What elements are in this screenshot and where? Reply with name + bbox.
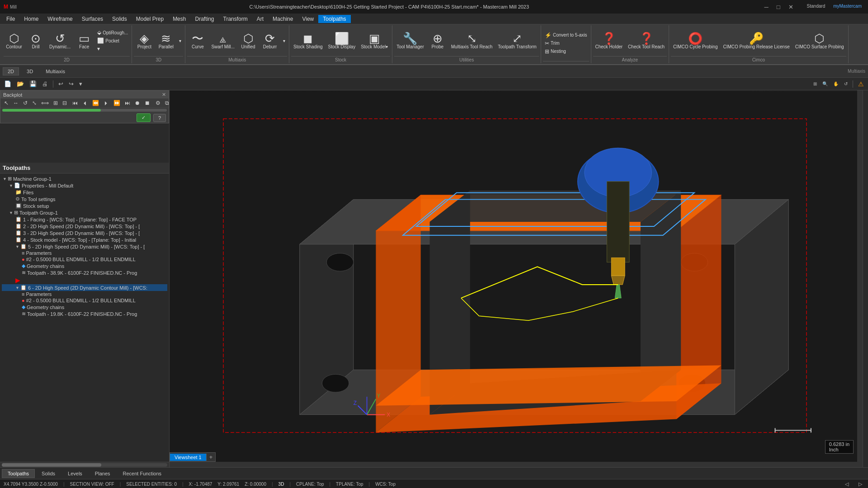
- save-button[interactable]: 💾: [27, 80, 39, 88]
- drill-button[interactable]: ⊙ Drill: [25, 31, 46, 51]
- left-scrollbar-thumb[interactable]: [2, 463, 101, 467]
- menu-view[interactable]: View: [297, 15, 318, 23]
- left-scrollbar-track[interactable]: [2, 463, 167, 467]
- probe-button[interactable]: ⊕ Probe: [427, 31, 448, 51]
- tree-tp6-geometry[interactable]: ◆ Geometry chains: [2, 304, 167, 310]
- vp-fit-button[interactable]: ⊞: [811, 80, 819, 87]
- convert-to-5axis-button[interactable]: ⚡ Convert to 5-axis: [543, 32, 589, 39]
- bp-stop[interactable]: ⏹: [143, 99, 152, 107]
- bp-skip-end[interactable]: ⏭: [123, 99, 132, 107]
- menu-home[interactable]: Home: [19, 15, 43, 23]
- left-scrollbar-container[interactable]: [0, 462, 169, 467]
- bp-play[interactable]: ⏵: [102, 99, 111, 107]
- tab-multiaxis[interactable]: Multiaxis: [41, 67, 70, 75]
- viewport-scrollbar-bottom[interactable]: [170, 462, 857, 467]
- tree-tp5-geometry[interactable]: ◆ Geometry chains: [2, 263, 167, 269]
- check-holder-button[interactable]: ❓ Check Holder: [593, 31, 625, 51]
- new-button[interactable]: 📄: [2, 80, 14, 88]
- status-btn-1[interactable]: ◁: [843, 480, 851, 488]
- bottom-tab-levels[interactable]: Levels: [62, 469, 88, 478]
- 3d-expand-button[interactable]: ▾: [177, 38, 183, 44]
- optirough-button[interactable]: ⬙ OptiRough...: [95, 29, 130, 36]
- tree-tp5-tool[interactable]: ● #2 - 0.5000 BULL ENDMILL - 1/2 BULL EN…: [2, 256, 167, 263]
- tree-arrow-props[interactable]: ▼: [9, 183, 13, 188]
- menu-toolpaths[interactable]: Toolpaths: [318, 15, 350, 23]
- tree-tp2[interactable]: 📋 2 - 2D High Speed (2D Dynamic Mill) - …: [2, 223, 167, 230]
- toolpath-transform-button[interactable]: ⤢ Toolpath Transform: [495, 31, 539, 51]
- check-tool-reach-button[interactable]: ❓ Check Tool Reach: [626, 31, 667, 51]
- bp-mirror-tool[interactable]: ⟺: [39, 99, 51, 107]
- multiaxis-expand-button[interactable]: ▾: [281, 38, 287, 44]
- contour-button[interactable]: ⬡ Contour: [4, 31, 24, 51]
- redo-button[interactable]: ↪: [66, 80, 76, 88]
- viewsheet-tab-1[interactable]: Viewsheet 1: [170, 454, 207, 461]
- tree-toolpath-group[interactable]: ▼ ⊞ Toolpath Group-1: [2, 209, 167, 216]
- menu-drafting[interactable]: Drafting: [190, 15, 218, 23]
- tree-tp6-tool[interactable]: ● #2 - 0.5000 BULL ENDMILL - 1/2 BULL EN…: [2, 297, 167, 304]
- menu-surfaces[interactable]: Surfaces: [77, 15, 108, 23]
- bp-prev[interactable]: ⏪: [90, 99, 101, 107]
- bp-move-tool[interactable]: ↔: [11, 99, 20, 107]
- tree-tp5-params[interactable]: ≡ Parameters: [2, 250, 167, 256]
- vp-pan-button[interactable]: ✋: [831, 80, 841, 87]
- warning-button[interactable]: ⚠: [856, 80, 866, 89]
- tree-arrow-tp6[interactable]: ▼: [15, 286, 19, 290]
- cimco-surface-probing-button[interactable]: ⬡ CIMCO Surface Probing: [793, 31, 846, 51]
- progress-bar-outer[interactable]: [2, 109, 167, 112]
- parallel-button[interactable]: ≋ Parallel: [156, 31, 176, 51]
- toolpaths-tree[interactable]: ▼ ⊞ Machine Group-1 ▼ 📄 Properties - Mil…: [0, 174, 169, 462]
- backplot-header[interactable]: Backplot ✕: [0, 91, 169, 99]
- tree-tp4[interactable]: 📋 4 - Stock model - [WCS: Top] - [Tplane…: [2, 236, 167, 243]
- project-button[interactable]: ◈ Project: [134, 31, 155, 51]
- maximize-button[interactable]: □: [774, 4, 783, 10]
- minimize-button[interactable]: ─: [762, 4, 771, 10]
- 2d-expand-button[interactable]: ▾: [95, 45, 130, 52]
- pocket-button[interactable]: ⬜ Pocket: [95, 37, 130, 44]
- close-button[interactable]: ✕: [786, 4, 796, 10]
- bottom-tab-toolpaths[interactable]: Toolpaths: [2, 469, 35, 478]
- tree-tp5-nc[interactable]: ≋ Toolpath - 38.9K - 6100F-22 FINISHED.N…: [2, 269, 167, 276]
- tree-tool-settings[interactable]: ⚙ To Tool settings: [2, 196, 167, 202]
- bottom-tab-recent[interactable]: Recent Functions: [117, 469, 168, 478]
- stock-shading-button[interactable]: ◼ Stock Shading: [291, 31, 325, 51]
- print-button[interactable]: 🖨: [40, 80, 50, 88]
- tree-properties[interactable]: ▼ 📄 Properties - Mill Default: [2, 182, 167, 189]
- open-button[interactable]: 📂: [14, 80, 26, 88]
- bp-skip-start[interactable]: ⏮: [71, 99, 80, 107]
- menu-machine[interactable]: Machine: [268, 15, 297, 23]
- tree-machine-group[interactable]: ▼ ⊞ Machine Group-1: [2, 175, 167, 182]
- menu-art[interactable]: Art: [252, 15, 268, 23]
- tree-arrow-machine[interactable]: ▼: [3, 177, 7, 181]
- viewport[interactable]: X Y Z Vi: [170, 90, 863, 467]
- multiaxis-tool-reach-button[interactable]: ⤡ Multiaxis Tool Reach: [449, 31, 495, 51]
- backplot-ok-button[interactable]: ✓: [137, 113, 151, 122]
- cimco-release-license-button[interactable]: 🔑 CIMCO Probing Release License: [721, 31, 792, 51]
- cimco-cycle-probing-button[interactable]: ⭕ CIMCO Cycle Probing: [671, 31, 720, 51]
- face-button[interactable]: ▭ Face: [74, 31, 94, 51]
- bp-prev-step[interactable]: ⏴: [80, 99, 90, 107]
- more-button[interactable]: ▾: [77, 80, 85, 88]
- tree-arrow-tp5[interactable]: ▼: [15, 244, 19, 249]
- bp-copy[interactable]: ⧉: [163, 99, 170, 107]
- bp-rotate-tool[interactable]: ↺: [21, 99, 29, 107]
- viewport-scrollbar-right[interactable]: [857, 90, 863, 467]
- bp-group-tool[interactable]: ⊟: [61, 99, 69, 107]
- menu-file[interactable]: File: [2, 15, 19, 23]
- bottom-tab-solids[interactable]: Solids: [36, 469, 61, 478]
- backplot-close-button[interactable]: ✕: [162, 92, 166, 98]
- vp-rotate-button[interactable]: ↺: [842, 80, 850, 87]
- tab-3d[interactable]: 3D: [22, 67, 38, 75]
- vp-zoom-button[interactable]: 🔍: [820, 80, 830, 87]
- bp-next[interactable]: ⏩: [112, 99, 122, 107]
- tree-tp6-nc[interactable]: ≋ Toolpath - 19.8K - 6100F-22 FINISHED.N…: [2, 310, 167, 317]
- bp-select-tool[interactable]: ↖: [2, 99, 10, 107]
- trim-button[interactable]: ✂ Trim: [543, 40, 561, 47]
- tree-files[interactable]: 📁 Files: [2, 189, 167, 196]
- bp-align-tool[interactable]: ⊞: [52, 99, 60, 107]
- curve-button[interactable]: 〜 Curve: [187, 31, 208, 51]
- bp-scale-tool[interactable]: ⤡: [30, 99, 38, 107]
- nesting-button[interactable]: ⊞ Nesting: [543, 48, 568, 55]
- menu-solids[interactable]: Solids: [108, 15, 132, 23]
- unified-button[interactable]: ⬡ Unified: [238, 31, 259, 51]
- dynamic-button[interactable]: ↺ Dynamic...: [47, 31, 73, 51]
